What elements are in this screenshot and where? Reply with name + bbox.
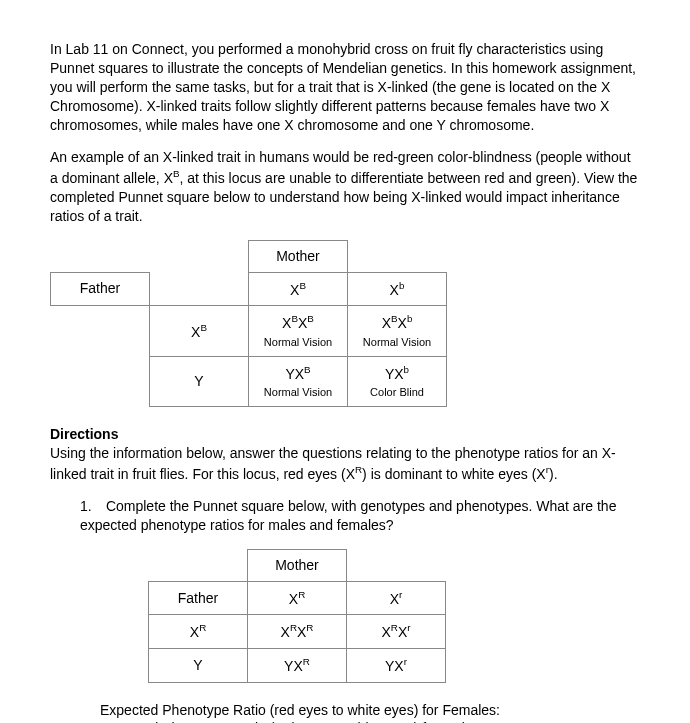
intro-paragraph-1: In Lab 11 on Connect, you performed a mo… [50, 40, 640, 134]
table2-row-a: XR [149, 615, 248, 649]
table1-father-header: Father [51, 272, 150, 306]
table1-cell-21: YXB Normal Vision [249, 356, 348, 406]
table1-row-a: XB [150, 306, 249, 356]
directions-body: Using the information below, answer the … [50, 444, 640, 483]
table2-row-b: Y [149, 648, 248, 682]
table2-col-b: Xr [347, 581, 446, 615]
table1-cell-21-phenotype: Normal Vision [263, 385, 333, 400]
table1-cell-11: XBXB Normal Vision [249, 306, 348, 356]
table1-mother-header: Mother [249, 240, 348, 272]
punnett-square-2: Mother Father XR Xr XR XRXR XRXr Y YXR Y… [50, 549, 446, 683]
table2-cell-22: YXr [347, 648, 446, 682]
question-1: 1. Complete the Punnet square below, wit… [80, 497, 640, 535]
punnett-square-1: Mother Father XB Xb XB XBXB Normal Visio… [50, 240, 447, 407]
expected-ratio-males: Expected Phenotype Ratio (red eyes to wh… [100, 719, 640, 723]
directions-heading: Directions [50, 425, 640, 444]
intro-paragraph-2: An example of an X-linked trait in human… [50, 148, 640, 225]
table1-cell-11-phenotype: Normal Vision [263, 335, 333, 350]
table1-cell-22-phenotype: Color Blind [362, 385, 432, 400]
table1-cell-12-phenotype: Normal Vision [362, 335, 432, 350]
question-1-number: 1. [80, 497, 102, 516]
table1-col-b: Xb [348, 272, 447, 306]
table1-cell-22: YXb Color Blind [348, 356, 447, 406]
expected-ratio-females: Expected Phenotype Ratio (red eyes to wh… [100, 701, 640, 720]
table2-cell-11: XRXR [248, 615, 347, 649]
table1-row-b: Y [150, 356, 249, 406]
table2-father-header: Father [149, 581, 248, 615]
table2-cell-12: XRXr [347, 615, 446, 649]
table1-cell-12: XBXb Normal Vision [348, 306, 447, 356]
table2-cell-21: YXR [248, 648, 347, 682]
table1-col-a: XB [249, 272, 348, 306]
question-1-text: Complete the Punnet square below, with g… [80, 498, 616, 533]
table2-mother-header: Mother [248, 550, 347, 582]
table2-col-a: XR [248, 581, 347, 615]
